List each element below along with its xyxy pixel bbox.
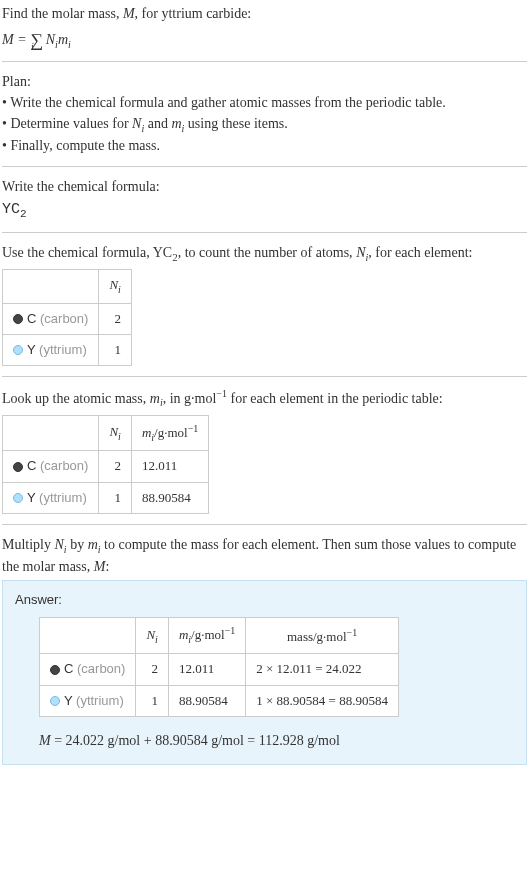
col-N-sub: i	[118, 284, 121, 295]
lookup-start: Look up the atomic mass,	[2, 391, 150, 406]
answer-box: Answer: Ni mi/g·mol−1 mass/g·mol−1 C (ca…	[2, 580, 527, 765]
plan-header: Plan:	[2, 72, 527, 92]
elem-letter: C	[27, 311, 36, 326]
answer-label: Answer:	[15, 591, 514, 609]
formula-M: M	[2, 32, 14, 47]
m-cell: 12.011	[131, 451, 208, 482]
count-start: Use the chemical formula, YC	[2, 245, 172, 260]
col-m-mid: /g·mol	[191, 628, 225, 643]
lookup-table: Ni mi/g·mol−1 C (carbon) 2 12.011 Y (ytt…	[2, 415, 209, 514]
col-N-text: N	[109, 424, 118, 439]
mult-end: :	[105, 559, 109, 574]
table-header-row: Ni	[3, 270, 132, 304]
divider	[2, 376, 527, 377]
mult-m: m	[88, 537, 98, 552]
multiply-section: Multiply Ni by mi to compute the mass fo…	[2, 535, 527, 765]
divider	[2, 524, 527, 525]
elem-name: (yttrium)	[35, 490, 86, 505]
intro-section: Find the molar mass, M, for yttrium carb…	[2, 4, 527, 51]
sum-index: i	[31, 41, 34, 52]
plan-bullet-3: • Finally, compute the mass.	[2, 136, 527, 156]
plan-bullet-2: • Determine values for Ni and mi using t…	[2, 114, 527, 136]
table-row: Y (yttrium) 1	[3, 334, 132, 365]
elem-cell: C (carbon)	[40, 654, 136, 685]
n-cell: 1	[136, 685, 168, 716]
table-row: C (carbon) 2	[3, 303, 132, 334]
chem-formula: YC2	[2, 199, 527, 222]
col-m: mi/g·mol−1	[168, 618, 245, 654]
elem-cell: C (carbon)	[3, 451, 99, 482]
final-mass-line: M = 24.022 g/mol + 88.90584 g/mol = 112.…	[39, 731, 514, 751]
intro-text: Find the molar mass, M, for yttrium carb…	[2, 4, 527, 24]
mult-N: N	[55, 537, 64, 552]
col-mass-pre: mass/g·mol	[287, 629, 347, 644]
col-N-text: N	[109, 277, 118, 292]
col-N: Ni	[136, 618, 168, 654]
col-m-pre: m	[142, 425, 151, 440]
col-m-exp: −1	[188, 423, 199, 434]
col-mass-exp: −1	[347, 627, 358, 638]
table-header-row: Ni mi/g·mol−1 mass/g·mol−1	[40, 618, 399, 654]
chem-formula-section: Write the chemical formula: YC2	[2, 177, 527, 222]
formula-eq: =	[14, 32, 30, 47]
elem-name: (yttrium)	[72, 693, 123, 708]
chem-header: Write the chemical formula:	[2, 177, 527, 197]
mass-cell: 2 × 12.011 = 24.022	[246, 654, 399, 685]
final-M: M	[39, 733, 51, 748]
col-mass: mass/g·mol−1	[246, 618, 399, 654]
formula-m-sub: i	[68, 38, 71, 49]
mass-cell: 1 × 88.90584 = 88.90584	[246, 685, 399, 716]
col-blank	[40, 618, 136, 654]
count-section: Use the chemical formula, YC2, to count …	[2, 243, 527, 366]
lookup-exp: −1	[216, 388, 227, 399]
intro-var-M: M	[123, 6, 135, 21]
elem-name: (carbon)	[36, 458, 88, 473]
divider	[2, 166, 527, 167]
table-row: Y (yttrium) 1 88.90584 1 × 88.90584 = 88…	[40, 685, 399, 716]
element-dot-icon	[13, 345, 23, 355]
n-cell: 2	[136, 654, 168, 685]
elem-cell: Y (yttrium)	[3, 482, 99, 513]
col-m-pre: m	[179, 628, 188, 643]
lookup-section: Look up the atomic mass, mi, in g·mol−1 …	[2, 387, 527, 514]
lookup-end: for each element in the periodic table:	[227, 391, 443, 406]
elem-letter: C	[64, 661, 73, 676]
element-dot-icon	[50, 665, 60, 675]
plan-b2-end: using these items.	[184, 116, 287, 131]
plan-b2-start: • Determine values for	[2, 116, 132, 131]
chem-base: YC	[2, 201, 20, 218]
intro-line1-end: , for yttrium carbide:	[135, 6, 252, 21]
element-dot-icon	[13, 493, 23, 503]
intro-line1: Find the molar mass,	[2, 6, 123, 21]
m-cell: 88.90584	[168, 685, 245, 716]
n-cell: 2	[99, 451, 131, 482]
table-header-row: Ni mi/g·mol−1	[3, 415, 209, 451]
lookup-mid: , in g·mol	[163, 391, 217, 406]
col-N: Ni	[99, 415, 131, 451]
elem-name: (carbon)	[36, 311, 88, 326]
col-blank	[3, 270, 99, 304]
elem-name: (yttrium)	[35, 342, 86, 357]
col-m: mi/g·mol−1	[131, 415, 208, 451]
element-dot-icon	[50, 696, 60, 706]
elem-cell: C (carbon)	[3, 303, 99, 334]
count-end: , for each element:	[368, 245, 472, 260]
plan-bullet-1: • Write the chemical formula and gather …	[2, 93, 527, 113]
lookup-text: Look up the atomic mass, mi, in g·mol−1 …	[2, 387, 527, 410]
col-N-sub: i	[118, 430, 121, 441]
table-row: C (carbon) 2 12.011 2 × 12.011 = 24.022	[40, 654, 399, 685]
divider	[2, 232, 527, 233]
col-N-sub: i	[155, 633, 158, 644]
count-mid: , to count the number of atoms,	[178, 245, 356, 260]
final-eq: = 24.022 g/mol + 88.90584 g/mol = 112.92…	[51, 733, 340, 748]
mult-by: by	[67, 537, 88, 552]
answer-table: Ni mi/g·mol−1 mass/g·mol−1 C (carbon) 2 …	[39, 617, 399, 716]
chem-sub: 2	[20, 208, 27, 220]
col-m-exp: −1	[225, 625, 236, 636]
formula-N: N	[46, 32, 55, 47]
col-N-text: N	[146, 627, 155, 642]
elem-name: (carbon)	[73, 661, 125, 676]
divider	[2, 61, 527, 62]
col-N: Ni	[99, 270, 131, 304]
m-cell: 12.011	[168, 654, 245, 685]
